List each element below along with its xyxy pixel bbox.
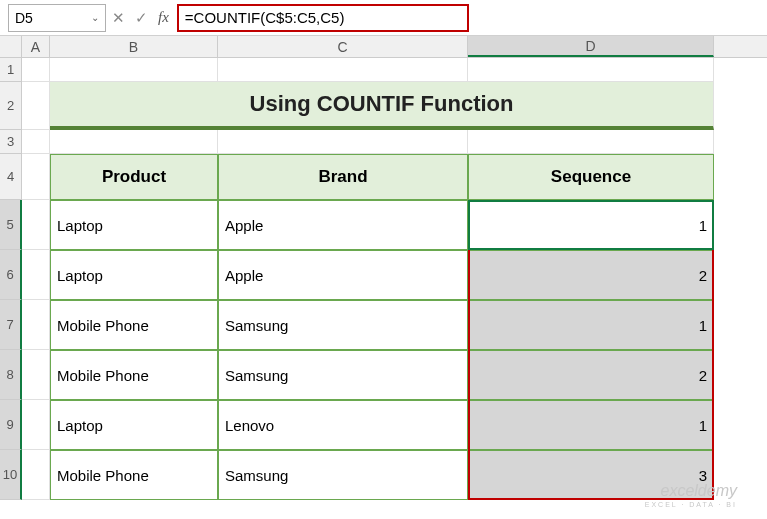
cell[interactable]	[22, 200, 50, 250]
th-brand[interactable]: Brand	[218, 154, 468, 200]
name-box[interactable]: D5 ⌄	[8, 4, 106, 32]
cancel-icon[interactable]: ✕	[112, 9, 125, 27]
page-title[interactable]: Using COUNTIF Function	[50, 82, 714, 130]
row-header-2[interactable]: 2	[0, 82, 22, 130]
cell-sequence[interactable]: 2	[468, 350, 714, 400]
table-row: Mobile Phone Samsung 2	[22, 350, 714, 400]
row-header-6[interactable]: 6	[0, 250, 22, 300]
table-row: Mobile Phone Samsung 1	[22, 300, 714, 350]
cell[interactable]	[22, 130, 50, 154]
cell-product[interactable]: Laptop	[50, 400, 218, 450]
cell-brand[interactable]: Samsung	[218, 300, 468, 350]
formula-controls: ✕ ✓ fx	[112, 9, 169, 27]
th-product[interactable]: Product	[50, 154, 218, 200]
col-header-a[interactable]: A	[22, 36, 50, 57]
row-header-5[interactable]: 5	[0, 200, 22, 250]
cell-sequence[interactable]: 1	[468, 300, 714, 350]
watermark-sub: EXCEL · DATA · BI	[645, 501, 737, 509]
table-row: Mobile Phone Samsung 3	[22, 450, 714, 500]
formula-bar: D5 ⌄ ✕ ✓ fx =COUNTIF(C$5:C5,C5)	[0, 0, 767, 36]
cell-sequence[interactable]: 1	[468, 200, 714, 250]
confirm-icon[interactable]: ✓	[135, 9, 148, 27]
cell-sequence[interactable]: 2	[468, 250, 714, 300]
watermark-main: exceldemy	[645, 481, 737, 500]
cell[interactable]	[468, 130, 714, 154]
col-header-d[interactable]: D	[468, 36, 714, 57]
cell-brand[interactable]: Apple	[218, 250, 468, 300]
cell[interactable]	[50, 58, 218, 82]
cell-product[interactable]: Mobile Phone	[50, 450, 218, 500]
cell-brand[interactable]: Lenovo	[218, 400, 468, 450]
cell[interactable]	[22, 450, 50, 500]
row-header-10[interactable]: 10	[0, 450, 22, 500]
cell[interactable]	[468, 58, 714, 82]
row-header-1[interactable]: 1	[0, 58, 22, 82]
cell-product[interactable]: Mobile Phone	[50, 300, 218, 350]
cell[interactable]	[218, 58, 468, 82]
cell[interactable]	[22, 250, 50, 300]
chevron-down-icon[interactable]: ⌄	[91, 12, 99, 23]
table-row: Laptop Apple 2	[22, 250, 714, 300]
cell[interactable]	[22, 400, 50, 450]
name-box-value: D5	[15, 10, 33, 26]
cell[interactable]	[50, 130, 218, 154]
row-header-3[interactable]: 3	[0, 130, 22, 154]
cell-brand[interactable]: Samsung	[218, 450, 468, 500]
th-sequence[interactable]: Sequence	[468, 154, 714, 200]
cell[interactable]	[22, 350, 50, 400]
row-headers: 1 2 3 4 5 6 7 8 9 10	[0, 58, 22, 500]
row-header-8[interactable]: 8	[0, 350, 22, 400]
cell[interactable]	[218, 130, 468, 154]
table-row: Laptop Lenovo 1	[22, 400, 714, 450]
cell[interactable]	[22, 82, 50, 130]
cell[interactable]	[22, 300, 50, 350]
cell-product[interactable]: Laptop	[50, 200, 218, 250]
table-row: Laptop Apple 1	[22, 200, 714, 250]
cell[interactable]	[22, 154, 50, 200]
formula-text: =COUNTIF(C$5:C5,C5)	[185, 9, 345, 26]
cell-brand[interactable]: Apple	[218, 200, 468, 250]
cell-sequence[interactable]: 1	[468, 400, 714, 450]
select-all-corner[interactable]	[0, 36, 22, 57]
col-header-c[interactable]: C	[218, 36, 468, 57]
cell-product[interactable]: Laptop	[50, 250, 218, 300]
column-headers: A B C D	[0, 36, 767, 58]
row-header-7[interactable]: 7	[0, 300, 22, 350]
watermark: exceldemy EXCEL · DATA · BI	[645, 481, 737, 509]
row-header-9[interactable]: 9	[0, 400, 22, 450]
formula-input[interactable]: =COUNTIF(C$5:C5,C5)	[177, 4, 469, 32]
cell-brand[interactable]: Samsung	[218, 350, 468, 400]
grid: Using COUNTIF Function Product Brand Seq…	[22, 58, 714, 500]
cell-product[interactable]: Mobile Phone	[50, 350, 218, 400]
col-header-b[interactable]: B	[50, 36, 218, 57]
fx-icon[interactable]: fx	[158, 9, 169, 26]
row-header-4[interactable]: 4	[0, 154, 22, 200]
cell[interactable]	[22, 58, 50, 82]
